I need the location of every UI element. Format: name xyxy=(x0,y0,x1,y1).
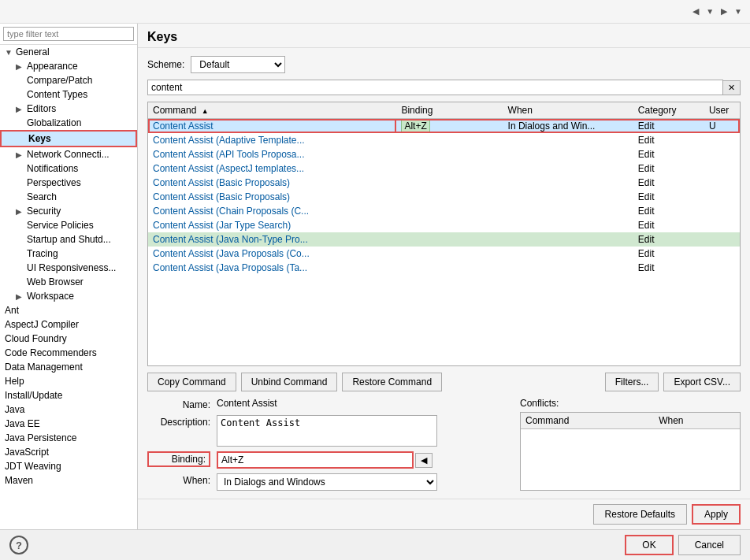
sidebar-item-install-update[interactable]: Install/Update xyxy=(0,388,137,402)
table-row[interactable]: Content Assist (Adaptive Template... Edi… xyxy=(148,133,740,147)
table-row[interactable]: Content Assist (Jar Type Search) Edit xyxy=(148,218,740,232)
back-dropdown[interactable]: ▼ xyxy=(704,6,715,17)
apply-button[interactable]: Apply xyxy=(692,504,741,525)
table-row[interactable]: Content Assist (Java Non-Type Pro... Edi… xyxy=(148,232,740,247)
sidebar-item-search[interactable]: Search xyxy=(0,190,137,204)
when-label: When: xyxy=(147,473,210,486)
sidebar-item-compare-patch[interactable]: Compare/Patch xyxy=(0,73,137,87)
scheme-row: Scheme: Default xyxy=(147,56,741,73)
main-container: ◀ ▼ ▶ ▼ ▼General▶AppearanceCompare/Patch… xyxy=(0,0,750,560)
sidebar-item-java-persistence[interactable]: Java Persistence xyxy=(0,431,137,445)
sidebar-item-label-editors: Editors xyxy=(27,103,56,114)
cancel-button[interactable]: Cancel xyxy=(678,535,741,555)
panel-content: Scheme: Default ✕ xyxy=(138,48,750,499)
copy-command-button[interactable]: Copy Command xyxy=(147,373,236,391)
col-binding[interactable]: Binding xyxy=(396,102,503,119)
sidebar-item-cloud-foundry[interactable]: Cloud Foundry xyxy=(0,332,137,346)
scheme-label: Scheme: xyxy=(147,59,184,70)
sidebar-item-editors[interactable]: ▶Editors xyxy=(0,102,137,116)
conflicts-col-when: When xyxy=(654,413,740,429)
sidebar-item-jdt-weaving[interactable]: JDT Weaving xyxy=(0,459,137,473)
restore-command-button[interactable]: Restore Command xyxy=(342,373,442,391)
sidebar-item-web-browser[interactable]: Web Browser xyxy=(0,275,137,289)
sidebar-item-appearance[interactable]: ▶Appearance xyxy=(0,59,137,73)
sidebar-item-globalization[interactable]: Globalization xyxy=(0,116,137,130)
description-input[interactable] xyxy=(217,415,437,447)
col-when[interactable]: When xyxy=(503,102,633,119)
forward-button[interactable]: ▶ xyxy=(717,4,731,19)
sidebar-item-label-code-recommenders: Code Recommenders xyxy=(5,347,97,358)
sidebar-item-label-install-update: Install/Update xyxy=(5,390,62,401)
sidebar-item-ant[interactable]: Ant xyxy=(0,303,137,317)
col-user[interactable]: User xyxy=(704,102,740,119)
scheme-select[interactable]: Default xyxy=(191,56,285,73)
sidebar-item-label-content-types: Content Types xyxy=(27,89,87,100)
sidebar-item-data-management[interactable]: Data Management xyxy=(0,360,137,374)
table-row[interactable]: Content Assist (Java Proposals (Ta... Ed… xyxy=(148,261,740,275)
sidebar-item-label-javascript: JavaScript xyxy=(5,447,49,458)
sidebar-item-maven[interactable]: Maven xyxy=(0,473,137,488)
forward-dropdown[interactable]: ▼ xyxy=(733,6,744,17)
sidebar-item-content-types[interactable]: Content Types xyxy=(0,87,137,102)
sidebar-item-aspectj-compiler[interactable]: AspectJ Compiler xyxy=(0,317,137,332)
details-right: Conflicts: Command When xyxy=(520,398,741,491)
main-panel: Keys Scheme: Default ✕ xyxy=(138,24,750,529)
footer-buttons: OK Cancel xyxy=(625,535,741,555)
sidebar-item-service-policies[interactable]: Service Policies xyxy=(0,218,137,232)
sidebar-item-label-security: Security xyxy=(27,206,61,217)
sidebar-item-general[interactable]: ▼General xyxy=(0,45,137,59)
sidebar-item-notifications[interactable]: Notifications xyxy=(0,161,137,176)
sidebar-item-workspace[interactable]: ▶Workspace xyxy=(0,289,137,303)
search-input[interactable] xyxy=(151,82,719,93)
col-command[interactable]: Command ▲ xyxy=(148,102,396,119)
sidebar-item-ui-responsiveness[interactable]: UI Responsiveness... xyxy=(0,261,137,275)
sidebar-item-security[interactable]: ▶Security xyxy=(0,204,137,218)
sidebar-item-perspectives[interactable]: Perspectives xyxy=(0,176,137,190)
tree-arrow-icon: ▼ xyxy=(5,48,14,57)
sidebar-item-help[interactable]: Help xyxy=(0,374,137,388)
search-clear-button[interactable]: ✕ xyxy=(723,80,741,95)
table-row[interactable]: Content Assist (Basic Proposals) Edit xyxy=(148,190,740,204)
sidebar-item-startup[interactable]: Startup and Shutd... xyxy=(0,232,137,247)
bottom-buttons: Restore Defaults Apply xyxy=(138,499,750,529)
action-buttons: Copy Command Unbind Command Restore Comm… xyxy=(147,373,741,391)
sidebar-item-label-cloud-foundry: Cloud Foundry xyxy=(5,333,67,344)
sidebar-item-java[interactable]: Java xyxy=(0,402,137,417)
sidebar-filter-input[interactable] xyxy=(3,27,134,41)
binding-input[interactable] xyxy=(217,451,414,469)
unbind-command-button[interactable]: Unbind Command xyxy=(241,373,338,391)
table-row[interactable]: Content Assist (Basic Proposals) Edit xyxy=(148,176,740,190)
table-row[interactable]: Content Assist (Java Proposals (Co... Ed… xyxy=(148,247,740,261)
restore-defaults-button[interactable]: Restore Defaults xyxy=(593,504,687,525)
back-button[interactable]: ◀ xyxy=(689,4,703,19)
name-row: Name: Content Assist xyxy=(147,398,511,410)
ok-button[interactable]: OK xyxy=(625,535,673,555)
table-row[interactable]: Content Assist (AspectJ templates... Edi… xyxy=(148,161,740,176)
description-label: Description: xyxy=(147,415,210,428)
sidebar-item-tracing[interactable]: Tracing xyxy=(0,247,137,261)
col-category[interactable]: Category xyxy=(633,102,704,119)
sidebar-item-java-ee[interactable]: Java EE xyxy=(0,417,137,431)
sidebar-item-network-conn[interactable]: ▶Network Connecti... xyxy=(0,147,137,161)
filters-button[interactable]: Filters... xyxy=(605,373,659,391)
table-row[interactable]: Content Assist (Chain Proposals (C... Ed… xyxy=(148,204,740,218)
table-row[interactable]: Content Assist (Java Proposals) Edit xyxy=(148,275,740,276)
tree-arrow-icon: ▶ xyxy=(16,292,25,301)
when-select[interactable]: In Dialogs and Windows In Windows Always xyxy=(217,473,437,491)
sidebar-item-label-java-ee: Java EE xyxy=(5,418,40,429)
conflicts-table: Command When xyxy=(521,413,740,429)
help-icon[interactable]: ? xyxy=(9,536,28,554)
export-csv-button[interactable]: Export CSV... xyxy=(663,373,741,391)
table-row[interactable]: Content Assist (API Tools Proposa... Edi… xyxy=(148,147,740,161)
sidebar-item-label-service-policies: Service Policies xyxy=(27,220,94,231)
sidebar-item-label-java: Java xyxy=(5,404,24,415)
when-row: When: In Dialogs and Windows In Windows … xyxy=(147,473,511,491)
table-row[interactable]: Content Assist Alt+Z In Dialogs and Win.… xyxy=(148,119,740,134)
sidebar-item-keys[interactable]: Keys xyxy=(0,130,137,147)
sidebar-item-code-recommenders[interactable]: Code Recommenders xyxy=(0,346,137,360)
top-bar: ◀ ▼ ▶ ▼ xyxy=(0,0,750,24)
sidebar-item-label-ant: Ant xyxy=(5,305,19,316)
sidebar-item-javascript[interactable]: JavaScript xyxy=(0,445,137,459)
binding-row: Binding: ◀ xyxy=(147,451,511,469)
binding-clear-button[interactable]: ◀ xyxy=(415,453,433,468)
